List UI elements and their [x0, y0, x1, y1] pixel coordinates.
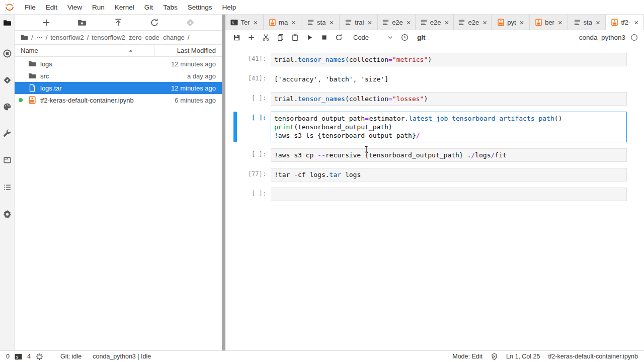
cell-prompt: [ ]:: [237, 92, 271, 106]
tab-sta[interactable]: sta×: [568, 15, 606, 30]
terminal-icon[interactable]: $_: [15, 353, 22, 360]
menu-run[interactable]: Run: [87, 4, 110, 11]
kernel-status[interactable]: conda_python3 | Idle: [93, 353, 151, 360]
close-icon[interactable]: ×: [444, 19, 449, 26]
breadcrumb-segment[interactable]: tensorflow2: [50, 34, 84, 41]
tab-e2e[interactable]: e2e×: [416, 15, 454, 30]
home-folder-icon[interactable]: [21, 34, 28, 41]
tab-ber[interactable]: ber×: [530, 15, 568, 30]
sidebar-open-tabs-icon[interactable]: [3, 156, 12, 164]
close-icon[interactable]: ×: [253, 19, 258, 26]
menu-settings[interactable]: Settings: [183, 4, 217, 11]
tab-ter[interactable]: $_Ter×: [225, 15, 264, 30]
cut-cell-button[interactable]: [259, 32, 273, 44]
tab-sta[interactable]: sta×: [301, 15, 340, 30]
code-cell: [ ]:: [225, 188, 644, 201]
git-toolbar-label[interactable]: git: [417, 34, 426, 41]
kernels-count[interactable]: 4: [27, 353, 31, 360]
insert-cell-button[interactable]: [244, 32, 259, 44]
breadcrumb-segment[interactable]: tensorflow2_zero_code_change: [92, 34, 184, 41]
tab-e2e[interactable]: e2e×: [454, 15, 492, 30]
tab-label: e2e: [468, 19, 479, 26]
file-row[interactable]: logs12 minutes ago: [15, 58, 222, 70]
tab-bar: $_Ter×ma×sta×trai×e2e×e2e×e2e×pyt×ber×st…: [225, 15, 644, 30]
notebook-icon: [535, 19, 542, 26]
close-icon[interactable]: ×: [367, 19, 372, 26]
file-row[interactable]: logs.tar12 minutes ago: [15, 82, 222, 94]
tab-label: pyt: [507, 19, 516, 26]
cell-collapser[interactable]: [233, 168, 237, 182]
tab-ma[interactable]: ma×: [264, 15, 302, 30]
menu-git[interactable]: Git: [139, 4, 158, 11]
tab-label: ber: [545, 19, 554, 26]
close-icon[interactable]: ×: [520, 19, 524, 26]
close-icon[interactable]: ×: [634, 19, 638, 26]
history-button[interactable]: [397, 32, 412, 44]
close-icon[interactable]: ×: [558, 19, 562, 26]
breadcrumb-segment[interactable]: ⋯: [36, 34, 43, 41]
menu-help[interactable]: Help: [217, 4, 241, 11]
restart-kernel-button[interactable]: [332, 32, 346, 44]
sidebar-property-inspector-icon[interactable]: [3, 129, 12, 138]
kernel-status-circle-icon[interactable]: [630, 34, 638, 41]
column-name-label[interactable]: Name: [21, 47, 38, 54]
cell-editor[interactable]: !aws s3 cp --recursive {tensorboard_outp…: [271, 148, 627, 162]
sidebar-table-of-contents-icon[interactable]: [3, 183, 12, 192]
file-row[interactable]: srca day ago: [15, 70, 222, 82]
upload-files-button[interactable]: [114, 18, 123, 27]
sidebar-commands-palette-icon[interactable]: [3, 103, 12, 111]
menu-kernel[interactable]: Kernel: [110, 4, 139, 11]
code-cell: [ ]:!aws s3 cp --recursive {tensorboard_…: [225, 148, 644, 162]
shield-x-icon[interactable]: [491, 353, 498, 360]
cell-editor[interactable]: [271, 188, 627, 201]
tab-tf2[interactable]: tf2-×: [606, 15, 644, 30]
sidebar-git-icon[interactable]: [3, 76, 12, 84]
file-icon: [307, 19, 314, 26]
paste-cell-button[interactable]: [288, 32, 302, 44]
sidebar-file-browser-icon[interactable]: [3, 19, 12, 27]
terminals-count[interactable]: 0: [6, 353, 10, 360]
cell-collapser[interactable]: [233, 72, 237, 86]
menu-edit[interactable]: Edit: [41, 4, 62, 11]
close-icon[interactable]: ×: [596, 19, 600, 26]
stop-kernel-button[interactable]: [317, 32, 332, 44]
app-spinner-icon: [5, 2, 15, 12]
kernel-sessions-icon[interactable]: [36, 353, 43, 360]
cell-collapser[interactable]: [233, 112, 237, 142]
tab-e2e[interactable]: e2e×: [378, 15, 416, 30]
file-row[interactable]: tf2-keras-default-container.ipynb6 minut…: [15, 94, 222, 106]
close-icon[interactable]: ×: [482, 19, 487, 26]
kernel-name-label[interactable]: conda_python3: [579, 34, 625, 41]
copy-cell-button[interactable]: [273, 32, 288, 44]
git-status[interactable]: Git: idle: [60, 353, 82, 360]
menu-file[interactable]: File: [20, 4, 41, 11]
sidebar-extension-manager-icon[interactable]: [3, 210, 12, 218]
save-button[interactable]: [229, 32, 244, 44]
cell-type-select[interactable]: Code: [353, 34, 393, 41]
mode-indicator[interactable]: Mode: Edit: [452, 353, 482, 360]
cell-editor[interactable]: tensorboard_output_path=estimator.latest…: [271, 112, 627, 142]
cell-editor[interactable]: trial.tensor_names(collection="metrics"): [271, 53, 627, 66]
close-icon[interactable]: ×: [329, 19, 334, 26]
cursor-position[interactable]: Ln 1, Col 25: [506, 353, 540, 360]
refresh-file-list-button[interactable]: [150, 18, 159, 27]
tab-pyt[interactable]: pyt×: [492, 15, 530, 30]
cell-editor[interactable]: !tar -cf logs.tar logs: [271, 168, 627, 182]
file-modified: 12 minutes ago: [171, 60, 222, 68]
panel-splitter[interactable]: [222, 15, 225, 350]
cell-collapser[interactable]: [233, 53, 237, 66]
column-modified-label[interactable]: Last Modified: [143, 47, 222, 54]
sidebar-running-sessions-icon[interactable]: [3, 49, 12, 58]
cell-editor[interactable]: trial.tensor_names(collection="losses"): [271, 92, 627, 106]
close-icon[interactable]: ×: [291, 19, 296, 26]
menu-view[interactable]: View: [62, 4, 87, 11]
cell-collapser[interactable]: [233, 188, 237, 201]
menu-tabs[interactable]: Tabs: [158, 4, 183, 11]
tab-trai[interactable]: trai×: [340, 15, 378, 30]
close-icon[interactable]: ×: [407, 19, 411, 26]
run-cell-button[interactable]: [302, 32, 317, 44]
new-folder-button[interactable]: [77, 18, 87, 27]
cell-collapser[interactable]: [233, 148, 237, 162]
new-launcher-button[interactable]: [42, 18, 51, 27]
cell-collapser[interactable]: [233, 92, 237, 106]
